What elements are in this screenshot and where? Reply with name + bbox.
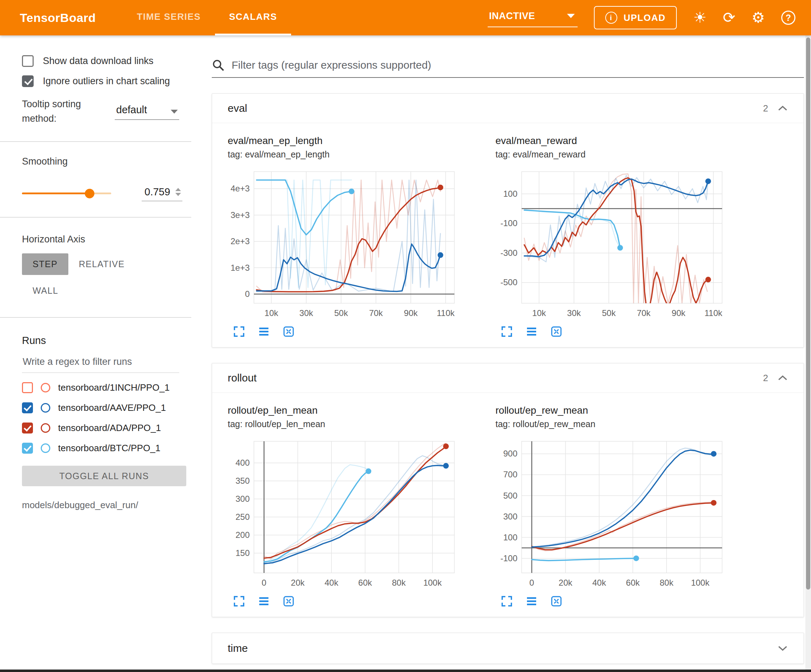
smoothing-input[interactable]: 0.759 — [142, 185, 182, 201]
section-time-header[interactable]: time — [212, 633, 804, 664]
smoothing-slider[interactable] — [22, 193, 111, 194]
runs-filter-input[interactable] — [22, 347, 179, 373]
run-row: tensorboard/1INCH/PPO_1 — [22, 382, 179, 393]
runs-heading: Runs — [22, 335, 179, 347]
inactive-dropdown[interactable]: INACTIVE — [488, 8, 578, 27]
chart-title: eval/mean_reward — [495, 135, 743, 147]
horizontal-axis-label: Horizontal Axis — [22, 234, 179, 245]
svg-text:50k: 50k — [602, 308, 616, 318]
horizontal-lines-icon[interactable] — [525, 595, 538, 608]
run-color-circle[interactable] — [41, 423, 50, 433]
tab-scalars[interactable]: SCALARS — [215, 0, 291, 36]
svg-text:110k: 110k — [704, 308, 723, 318]
axis-step-button[interactable]: STEP — [22, 253, 68, 275]
axis-relative-button[interactable]: RELATIVE — [68, 253, 135, 275]
fullscreen-icon[interactable] — [501, 595, 513, 608]
svg-text:40k: 40k — [324, 578, 339, 587]
next-section-edge — [0, 670, 811, 672]
scrollbar-thumb[interactable] — [806, 37, 810, 589]
fit-domain-icon[interactable] — [550, 325, 563, 338]
svg-text:90k: 90k — [404, 308, 418, 318]
chart-tag: tag: rollout/ep_rew_mean — [495, 419, 743, 429]
horizontal-lines-icon[interactable] — [525, 325, 538, 338]
tag-filter-row — [212, 59, 804, 78]
svg-text:4e+3: 4e+3 — [231, 184, 250, 193]
tooltip-sorting-label: Tooltip sorting method: — [22, 97, 102, 125]
ignore-outliers-label: Ignore outliers in chart scaling — [43, 76, 170, 87]
fit-domain-icon[interactable] — [282, 595, 295, 608]
stepper-up-icon[interactable] — [175, 188, 181, 191]
run-label: tensorboard/BTC/PPO_1 — [58, 443, 160, 454]
toggle-all-runs-button[interactable]: TOGGLE ALL RUNS — [22, 466, 186, 486]
page-body: Show data download links Ignore outliers… — [0, 36, 811, 672]
section-title: eval — [228, 102, 247, 114]
fit-domain-icon[interactable] — [282, 325, 295, 338]
run-checkbox-1inch[interactable] — [22, 382, 33, 393]
chart-plot[interactable]: 020k40k60k80k100k-100100300500700900 — [495, 436, 743, 593]
fullscreen-icon[interactable] — [232, 595, 246, 608]
section-rollout-header[interactable]: rollout 2 — [212, 364, 804, 393]
scalars-main: eval 2 eval/mean_ep_length tag: eval/mea… — [191, 36, 811, 672]
section-time: time — [212, 633, 804, 664]
axis-row-break — [22, 275, 179, 280]
tooltip-sorting-select[interactable]: default — [115, 103, 179, 120]
run-label: tensorboard/AAVE/PPO_1 — [58, 402, 166, 413]
run-checkbox-btc[interactable] — [22, 443, 33, 454]
run-color-circle[interactable] — [41, 383, 50, 393]
tensorboard-logo[interactable]: TensorBoard — [20, 11, 96, 25]
top-bar: TensorBoard TIME SERIES SCALARS INACTIVE… — [0, 0, 811, 36]
smoothing-slider-thumb[interactable] — [85, 189, 95, 198]
run-color-circle[interactable] — [41, 403, 50, 413]
fit-domain-icon[interactable] — [550, 595, 563, 608]
svg-text:100k: 100k — [691, 578, 710, 587]
tooltip-sorting-value: default — [116, 104, 147, 116]
collapse-chevron-up-icon[interactable] — [777, 374, 788, 381]
section-title: time — [228, 642, 248, 654]
chevron-down-icon — [567, 14, 575, 18]
svg-text:10k: 10k — [532, 308, 546, 318]
runs-footer-path: models/debugged_eval_run/ — [22, 500, 179, 511]
run-row: tensorboard/ADA/PPO_1 — [22, 423, 179, 433]
horizontal-lines-icon[interactable] — [258, 595, 270, 608]
settings-icon[interactable]: ⚙ — [752, 10, 765, 25]
svg-text:80k: 80k — [392, 578, 406, 587]
coll apse-chevron-down-icon[interactable] — [777, 645, 788, 652]
svg-text:60k: 60k — [358, 578, 373, 587]
section-eval-header[interactable]: eval 2 — [212, 94, 804, 123]
svg-text:0: 0 — [262, 578, 266, 587]
chart-plot[interactable]: 10k30k50k70k90k110k100-100-300-500 — [495, 167, 743, 324]
main-tabs: TIME SERIES SCALARS — [123, 0, 292, 36]
ignore-outliers-checkbox[interactable] — [22, 75, 34, 87]
svg-text:110k: 110k — [437, 308, 455, 318]
chart-plot[interactable]: 020k40k60k80k100k150200250300350400 — [228, 436, 476, 593]
run-color-circle[interactable] — [41, 443, 50, 453]
svg-text:300: 300 — [236, 494, 250, 504]
sidebar-divider — [0, 317, 191, 318]
stepper-down-icon[interactable] — [175, 193, 181, 196]
svg-text:250: 250 — [236, 512, 250, 521]
smoothing-stepper[interactable] — [175, 188, 181, 196]
svg-text:1e+3: 1e+3 — [231, 263, 250, 273]
collapse-chevron-up-icon[interactable] — [777, 105, 788, 112]
run-checkbox-aave[interactable] — [22, 402, 33, 413]
refresh-icon[interactable]: ⟳ — [723, 10, 735, 25]
chart-title: rollout/ep_len_mean — [228, 405, 476, 416]
horizontal-lines-icon[interactable] — [258, 325, 270, 338]
run-label: tensorboard/ADA/PPO_1 — [58, 423, 161, 433]
axis-wall-button[interactable]: WALL — [22, 280, 69, 301]
fullscreen-icon[interactable] — [232, 325, 246, 338]
tab-time-series[interactable]: TIME SERIES — [123, 0, 215, 36]
chart-card-eval-mean-reward: eval/mean_reward tag: eval/mean_reward 1… — [495, 135, 743, 338]
run-checkbox-ada[interactable] — [22, 423, 33, 433]
chart-toolbar — [495, 595, 743, 608]
help-icon[interactable]: ? — [781, 11, 796, 25]
fullscreen-icon[interactable] — [501, 325, 513, 338]
svg-text:100: 100 — [503, 189, 517, 198]
brightness-icon[interactable]: ☀ — [693, 10, 706, 25]
run-row: tensorboard/BTC/PPO_1 — [22, 443, 179, 454]
chart-tag: tag: eval/mean_reward — [495, 149, 743, 159]
tag-filter-input[interactable] — [232, 59, 804, 71]
chart-plot[interactable]: 10k30k50k70k90k110k01e+32e+33e+34e+3 — [228, 167, 476, 324]
show-download-links-checkbox[interactable] — [22, 55, 34, 67]
upload-button[interactable]: i UPLOAD — [594, 6, 677, 29]
